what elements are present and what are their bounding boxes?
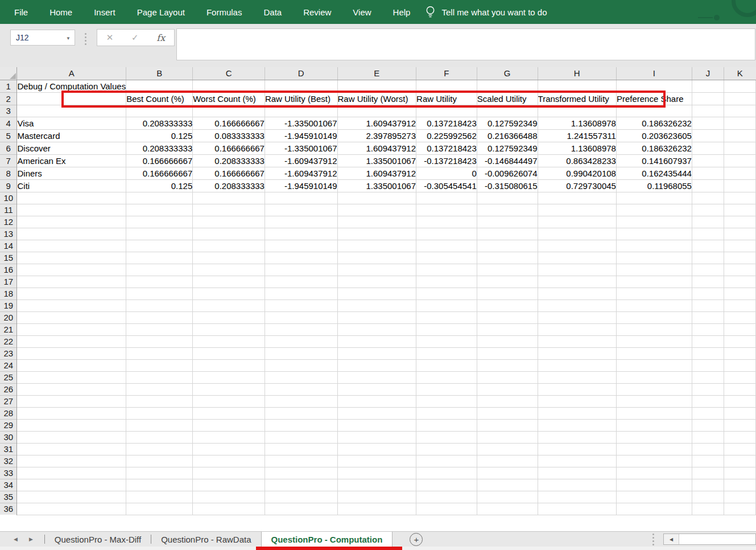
cell-K18[interactable] bbox=[724, 288, 755, 299]
cell-G6[interactable]: 0.127592349 bbox=[477, 142, 538, 154]
cell-G9[interactable]: -0.315080615 bbox=[477, 179, 538, 192]
cell-C2[interactable]: Worst Count (%) bbox=[193, 92, 265, 105]
cell-F9[interactable]: -0.305454541 bbox=[416, 179, 477, 192]
cell-E22[interactable] bbox=[337, 335, 416, 347]
cell-K32[interactable] bbox=[724, 455, 755, 467]
insert-function-icon[interactable]: fx bbox=[156, 32, 165, 43]
cell-B7[interactable]: 0.166666667 bbox=[126, 154, 193, 167]
cell-E19[interactable] bbox=[337, 299, 416, 311]
cell-C36[interactable] bbox=[193, 503, 265, 515]
cell-E20[interactable] bbox=[337, 311, 416, 323]
cell-C27[interactable] bbox=[193, 395, 265, 407]
cell-J2[interactable] bbox=[692, 92, 724, 105]
cell-I29[interactable] bbox=[616, 419, 692, 431]
row-header-4[interactable]: 4 bbox=[0, 117, 17, 129]
row-header-5[interactable]: 5 bbox=[0, 129, 17, 142]
cell-E30[interactable] bbox=[337, 431, 416, 443]
cell-A17[interactable] bbox=[17, 276, 126, 288]
cell-J9[interactable] bbox=[692, 179, 724, 192]
cell-B10[interactable] bbox=[126, 192, 193, 204]
tab-scroll-right-icon[interactable]: ▶ bbox=[29, 536, 33, 542]
cell-K5[interactable] bbox=[724, 129, 755, 142]
cell-A1[interactable]: Debug / Computation Values bbox=[17, 80, 126, 92]
cell-D33[interactable] bbox=[265, 467, 337, 479]
cell-D13[interactable] bbox=[265, 228, 337, 240]
cell-J36[interactable] bbox=[692, 503, 724, 515]
cell-F20[interactable] bbox=[416, 311, 477, 323]
cell-E14[interactable] bbox=[337, 240, 416, 252]
row-header-28[interactable]: 28 bbox=[0, 407, 17, 419]
cell-J8[interactable] bbox=[692, 167, 724, 179]
cell-C1[interactable] bbox=[193, 80, 265, 92]
cell-K8[interactable] bbox=[724, 167, 755, 179]
cell-J24[interactable] bbox=[692, 359, 724, 371]
cell-K15[interactable] bbox=[724, 252, 755, 264]
row-header-11[interactable]: 11 bbox=[0, 204, 17, 216]
cell-H1[interactable] bbox=[538, 80, 616, 92]
cell-F21[interactable] bbox=[416, 323, 477, 335]
row-header-25[interactable]: 25 bbox=[0, 371, 17, 383]
cell-K22[interactable] bbox=[724, 335, 755, 347]
cell-F4[interactable]: 0.137218423 bbox=[416, 117, 477, 129]
cell-K31[interactable] bbox=[724, 443, 755, 455]
cell-C30[interactable] bbox=[193, 431, 265, 443]
cell-F7[interactable]: -0.137218423 bbox=[416, 154, 477, 167]
cell-I21[interactable] bbox=[616, 323, 692, 335]
cell-E6[interactable]: 1.609437912 bbox=[337, 142, 416, 154]
cell-B18[interactable] bbox=[126, 288, 193, 299]
row-header-21[interactable]: 21 bbox=[0, 323, 17, 335]
cell-B2[interactable]: Best Count (%) bbox=[126, 92, 193, 105]
cell-D36[interactable] bbox=[265, 503, 337, 515]
cell-F11[interactable] bbox=[416, 204, 477, 216]
cell-K35[interactable] bbox=[724, 491, 755, 503]
cell-H36[interactable] bbox=[538, 503, 616, 515]
cell-F28[interactable] bbox=[416, 407, 477, 419]
cell-B6[interactable]: 0.208333333 bbox=[126, 142, 193, 154]
row-header-14[interactable]: 14 bbox=[0, 240, 17, 252]
cell-G25[interactable] bbox=[477, 371, 538, 383]
cell-A26[interactable] bbox=[17, 383, 126, 395]
cell-D21[interactable] bbox=[265, 323, 337, 335]
menu-review[interactable]: Review bbox=[292, 0, 342, 24]
cell-J20[interactable] bbox=[692, 311, 724, 323]
cell-G3[interactable] bbox=[477, 105, 538, 117]
cell-H29[interactable] bbox=[538, 419, 616, 431]
cell-B34[interactable] bbox=[126, 479, 193, 491]
menu-home[interactable]: Home bbox=[39, 0, 83, 24]
cell-E23[interactable] bbox=[337, 347, 416, 359]
cell-H12[interactable] bbox=[538, 216, 616, 228]
cell-J1[interactable] bbox=[692, 80, 724, 92]
cell-J31[interactable] bbox=[692, 443, 724, 455]
formula-bar-input[interactable] bbox=[176, 28, 755, 60]
cell-I34[interactable] bbox=[616, 479, 692, 491]
cell-B31[interactable] bbox=[126, 443, 193, 455]
cell-G26[interactable] bbox=[477, 383, 538, 395]
cell-B1[interactable] bbox=[126, 80, 193, 92]
cell-E10[interactable] bbox=[337, 192, 416, 204]
cell-K21[interactable] bbox=[724, 323, 755, 335]
cell-F19[interactable] bbox=[416, 299, 477, 311]
cell-A4[interactable]: Visa bbox=[17, 117, 126, 129]
menu-page-layout[interactable]: Page Layout bbox=[126, 0, 196, 24]
tab-scroll-left-icon[interactable]: ◀ bbox=[14, 536, 18, 542]
cell-B3[interactable] bbox=[126, 105, 193, 117]
cell-A19[interactable] bbox=[17, 299, 126, 311]
cell-A18[interactable] bbox=[17, 288, 126, 299]
menu-insert[interactable]: Insert bbox=[83, 0, 126, 24]
cell-D29[interactable] bbox=[265, 419, 337, 431]
cell-I24[interactable] bbox=[616, 359, 692, 371]
cell-J22[interactable] bbox=[692, 335, 724, 347]
row-header-1[interactable]: 1 bbox=[0, 80, 17, 92]
cell-K16[interactable] bbox=[724, 264, 755, 276]
cell-A27[interactable] bbox=[17, 395, 126, 407]
cell-A23[interactable] bbox=[17, 347, 126, 359]
cell-G14[interactable] bbox=[477, 240, 538, 252]
row-header-15[interactable]: 15 bbox=[0, 252, 17, 264]
cell-A20[interactable] bbox=[17, 311, 126, 323]
cell-H20[interactable] bbox=[538, 311, 616, 323]
cell-H3[interactable] bbox=[538, 105, 616, 117]
cell-D24[interactable] bbox=[265, 359, 337, 371]
cell-G36[interactable] bbox=[477, 503, 538, 515]
new-sheet-button[interactable]: + bbox=[410, 533, 423, 546]
cell-F5[interactable]: 0.225992562 bbox=[416, 129, 477, 142]
